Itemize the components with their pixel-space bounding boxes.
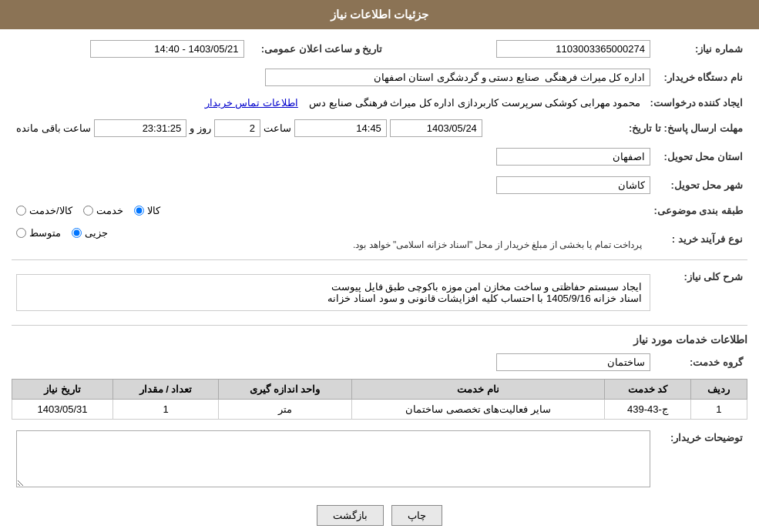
announce-datetime-cell (12, 37, 249, 61)
buyer-org-label: نام دستگاه خریدار: (655, 65, 747, 89)
cell-date: 1403/05/31 (12, 400, 113, 420)
deadline-time-input[interactable] (294, 119, 387, 137)
description-table: شرح کلی نیاز: ایجاد سیستم حفاظتی و ساخت … (12, 266, 747, 319)
announce-datetime-label: تاریخ و ساعت اعلان عمومی: (249, 37, 388, 61)
col-name: نام خدمت (351, 380, 604, 400)
requester-label: ایجاد کننده درخواست: (645, 94, 747, 112)
requester-table: ایجاد کننده درخواست: محمود مهرابی کوشکی … (12, 94, 747, 112)
province-input[interactable] (496, 148, 650, 166)
deadline-days-label: روز و (190, 122, 211, 134)
page-header: جزئیات اطلاعات نیاز (0, 0, 759, 29)
main-content: شماره نیاز: تاریخ و ساعت اعلان عمومی: نا… (0, 29, 759, 532)
requester-value: محمود مهرابی کوشکی سرپرست کاربردازی ادار… (309, 97, 640, 109)
cell-code: ج-43-439 (605, 400, 690, 420)
service-group-input[interactable] (496, 353, 650, 371)
deadline-remaining-label: ساعت باقی مانده (16, 122, 91, 134)
city-cell (12, 173, 655, 197)
deadline-table: مهلت ارسال پاسخ: تا تاریخ: ساعت باقی مان… (12, 116, 747, 140)
deadline-date-input[interactable] (390, 119, 482, 137)
col-row: ردیف (690, 380, 747, 400)
order-number-cell (418, 37, 656, 61)
divider-1 (12, 259, 747, 260)
description-cell: ایجاد سیستم حفاظتی و ساخت مخازن امن موزه… (12, 266, 655, 319)
col-unit: واحد اندازه گیری (218, 380, 351, 400)
deadline-label: مهلت ارسال پاسخ: تا تاریخ: (624, 116, 747, 140)
process-option-1: جزیی (72, 227, 108, 239)
back-button[interactable]: بازگشت (317, 505, 384, 526)
process-radio-1[interactable] (72, 228, 82, 238)
category-option-3-label: کالا/خدمت (29, 205, 72, 216)
page-wrapper: جزئیات اطلاعات نیاز شماره نیاز: تاریخ و … (0, 0, 759, 532)
category-table: طبقه بندی موضوعی: کالا/خدمت خدمت کالا (12, 202, 747, 219)
deadline-remaining-input[interactable] (94, 119, 186, 137)
process-table: نوع فرآیند خرید : متوسط جزیی پرداخت (12, 224, 747, 253)
cell-name: سایر فعالیت‌های تخصصی ساختمان (351, 400, 604, 420)
service-group-table: گروه خدمت: (12, 350, 747, 374)
table-row: 1 ج-43-439 سایر فعالیت‌های تخصصی ساختمان… (12, 400, 747, 420)
order-number-input[interactable] (496, 40, 650, 58)
category-option-1: کالا (134, 205, 160, 216)
buyer-org-table: نام دستگاه خریدار: (12, 65, 747, 89)
col-quantity: تعداد / مقدار (113, 380, 219, 400)
category-radio-1[interactable] (134, 206, 144, 216)
print-button[interactable]: چاپ (391, 505, 442, 526)
process-cell: متوسط جزیی پرداخت تمام یا بخشی از مبلغ خ… (12, 224, 655, 253)
city-label: شهر محل تحویل: (655, 173, 747, 197)
category-option-2-label: خدمت (96, 205, 123, 216)
category-radio-3[interactable] (16, 206, 26, 216)
page-title: جزئیات اطلاعات نیاز (331, 8, 428, 21)
category-radio-group: کالا/خدمت خدمت کالا (16, 205, 644, 216)
services-section-title: اطلاعات خدمات مورد نیاز (12, 333, 747, 346)
cell-unit: متر (218, 400, 351, 420)
buyer-notes-label: توضیحات خریدار: (655, 427, 747, 493)
buyer-notes-table: توضیحات خریدار: (12, 427, 747, 493)
services-data-table: ردیف کد خدمت نام خدمت واحد اندازه گیری ت… (12, 379, 747, 420)
process-option-2-label: متوسط (29, 227, 61, 239)
province-table: استان محل تحویل: (12, 145, 747, 169)
province-label: استان محل تحویل: (655, 145, 747, 169)
announce-datetime-input[interactable] (90, 40, 244, 58)
service-group-cell (12, 350, 655, 374)
category-cell: کالا/خدمت خدمت کالا (12, 202, 649, 219)
buyer-notes-textarea[interactable] (16, 430, 650, 487)
deadline-time-label: ساعت (264, 122, 291, 134)
footer-buttons: چاپ بازگشت (12, 497, 747, 532)
process-radio-group: متوسط جزیی (16, 227, 650, 239)
category-option-1-label: کالا (147, 205, 160, 216)
city-table: شهر محل تحویل: (12, 173, 747, 197)
description-label: شرح کلی نیاز: (655, 266, 747, 319)
contact-info-link[interactable]: اطلاعات تماس خریدار (205, 97, 298, 109)
process-radio-2[interactable] (16, 228, 26, 238)
basic-info-table: شماره نیاز: تاریخ و ساعت اعلان عمومی: (12, 37, 747, 61)
province-cell (12, 145, 655, 169)
deadline-cell: ساعت باقی مانده روز و ساعت (12, 116, 624, 140)
description-inner: ایجاد سیستم حفاظتی و ساخت مخازن امن موزه… (16, 274, 650, 311)
service-group-label: گروه خدمت: (655, 350, 747, 374)
category-option-2: خدمت (83, 205, 123, 216)
order-number-label: شماره نیاز: (655, 37, 747, 61)
buyer-org-cell (12, 65, 655, 89)
deadline-days-input[interactable] (214, 119, 260, 137)
deadline-row: ساعت باقی مانده روز و ساعت (16, 119, 620, 137)
process-option-2: متوسط (16, 227, 61, 239)
process-option-1-label: جزیی (85, 227, 108, 239)
category-radio-2[interactable] (83, 206, 93, 216)
cell-row: 1 (690, 400, 747, 420)
process-label: نوع فرآیند خرید : (655, 224, 747, 253)
description-value: ایجاد سیستم حفاظتی و ساخت مخازن امن موزه… (25, 281, 642, 304)
buyer-notes-cell (12, 427, 655, 493)
requester-cell: محمود مهرابی کوشکی سرپرست کاربردازی ادار… (12, 94, 645, 112)
col-date: تاریخ نیاز (12, 380, 113, 400)
category-label: طبقه بندی موضوعی: (649, 202, 747, 219)
category-option-3: کالا/خدمت (16, 205, 72, 216)
divider-2 (12, 325, 747, 326)
process-note: پرداخت تمام یا بخشی از مبلغ خریدار از مح… (353, 239, 642, 250)
city-input[interactable] (496, 176, 650, 194)
cell-quantity: 1 (113, 400, 219, 420)
col-code: کد خدمت (605, 380, 690, 400)
buyer-org-input[interactable] (265, 69, 650, 86)
